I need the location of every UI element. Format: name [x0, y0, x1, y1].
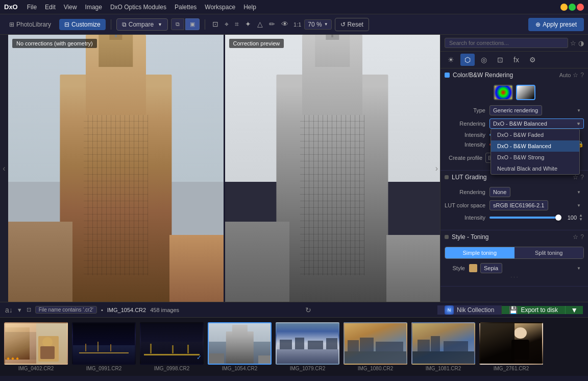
- film-item-2761[interactable]: IMG_2761.CR2: [479, 322, 543, 371]
- export-icon: 💾: [509, 306, 518, 314]
- lut-colorspace-row: LUT color space sRGB IEC61966-2.1: [445, 200, 584, 210]
- film-item-1081[interactable]: ♦ IMG_1081.CR2: [411, 322, 475, 371]
- rendering-select-wrapper[interactable]: DxO - B&W Balanced ▼ DxO - B&W Faded DxO…: [489, 118, 584, 129]
- style-select[interactable]: Sepia: [480, 263, 502, 273]
- tab-light[interactable]: ☀: [444, 54, 458, 66]
- export-button[interactable]: 💾 Export to disk: [502, 306, 565, 314]
- color-bw-title: Color/B&W Rendering: [453, 72, 559, 79]
- color-mode-tab[interactable]: [494, 85, 513, 100]
- search-input[interactable]: [445, 38, 568, 48]
- customize-button[interactable]: ⊟ Customize: [59, 19, 106, 30]
- mask-icon[interactable]: △: [255, 19, 265, 30]
- right-image-label: Correction preview: [229, 39, 284, 48]
- image-nav-right-overlay[interactable]: ›: [435, 164, 438, 173]
- export-dropdown-button[interactable]: ▼: [565, 306, 583, 314]
- reset-button[interactable]: ↺ Reset: [335, 18, 369, 31]
- dropdown-bw-balanced[interactable]: DxO - B&W Balanced: [491, 140, 579, 152]
- nik-collection-button[interactable]: N Nik Collection: [437, 305, 502, 315]
- style-toning-star[interactable]: ☆: [573, 233, 578, 241]
- film-stars-0402: ★★★: [6, 356, 19, 361]
- tab-detail[interactable]: ◎: [477, 54, 491, 66]
- split-toning-tab[interactable]: Split toning: [514, 247, 584, 258]
- film-item-1079[interactable]: IMG_1079.CR2: [276, 322, 339, 371]
- lut-help-icon[interactable]: ?: [580, 174, 584, 181]
- style-toning-header[interactable]: Style - Toning ☆ ?: [440, 230, 588, 244]
- film-item-1054[interactable]: ♦ IMG_1054.CR2: [208, 322, 272, 371]
- compare-button[interactable]: ⧉ Compare ▼: [116, 18, 168, 31]
- menu-file[interactable]: File: [24, 3, 40, 12]
- star-icon[interactable]: ☆: [573, 72, 578, 79]
- sort-button[interactable]: a↓: [5, 306, 13, 314]
- tab-color[interactable]: ⬡: [460, 54, 475, 66]
- film-item-1080[interactable]: IMG_1080.CR2: [344, 322, 407, 371]
- menu-view[interactable]: View: [61, 3, 80, 12]
- menu-workspace[interactable]: Workspace: [202, 3, 238, 12]
- refresh-button[interactable]: ↻: [305, 306, 311, 314]
- tab-custom[interactable]: ⚙: [525, 54, 540, 66]
- color-bw-header[interactable]: Color/B&W Rendering Auto ☆ ?: [440, 68, 588, 82]
- crop-icon[interactable]: ⊡: [210, 19, 220, 30]
- help-icon[interactable]: ?: [580, 72, 584, 79]
- perspective-icon[interactable]: ⌗: [233, 19, 241, 30]
- straighten-icon[interactable]: ⌖: [223, 19, 231, 30]
- lut-rendering-select[interactable]: None: [489, 187, 510, 197]
- style-toning-title: Style - Toning: [452, 233, 573, 241]
- film-label-0991: IMG_0991.CR2: [72, 366, 136, 371]
- dropdown-neutral-bw[interactable]: Neutral Black and White: [491, 163, 579, 174]
- menu-palettes[interactable]: Palettes: [172, 3, 200, 12]
- filter-icon-2[interactable]: ⊡: [27, 306, 31, 313]
- menu-image[interactable]: Image: [82, 3, 105, 12]
- zoom-control[interactable]: 70 % ▼: [304, 19, 331, 30]
- stepper-down[interactable]: ▼: [578, 218, 584, 222]
- type-select[interactable]: Generic rendering: [489, 105, 542, 115]
- close-button[interactable]: [577, 4, 584, 11]
- lut-rendering-row: Rendering None: [445, 187, 584, 197]
- apply-preset-icon: ⊕: [535, 21, 541, 28]
- film-thumb-0991: [72, 322, 136, 365]
- lut-star-icon[interactable]: ☆: [573, 174, 578, 181]
- view-mode-single[interactable]: ▣: [185, 18, 200, 30]
- tab-geometry[interactable]: ⊡: [493, 54, 507, 66]
- lut-intensity-slider[interactable]: [489, 217, 558, 219]
- dropdown-bw-strong[interactable]: DxO - B&W Strong: [491, 152, 579, 163]
- lut-colorspace-select-wrapper: sRGB IEC61966-2.1: [489, 200, 584, 210]
- film-label-0998: IMG_0998.CR2: [140, 366, 204, 371]
- eye-icon[interactable]: 👁: [279, 19, 290, 30]
- menu-help[interactable]: Help: [240, 3, 259, 12]
- photo-library-button[interactable]: ⊞ PhotoLibrary: [4, 19, 56, 30]
- film-thumb-1081: [411, 322, 475, 365]
- lut-colorspace-select[interactable]: sRGB IEC61966-2.1: [489, 200, 548, 210]
- style-toning-help[interactable]: ?: [580, 233, 584, 241]
- film-item-0998[interactable]: ✓ IMG_0998.CR2: [140, 322, 204, 371]
- style-color-swatch[interactable]: [469, 264, 477, 272]
- lut-content: Rendering None LUT color space sRGB IEC6…: [440, 184, 588, 230]
- filter-tag[interactable]: File name contains '.cr2': [35, 306, 97, 314]
- apply-preset-button[interactable]: ⊕ Apply preset: [528, 18, 584, 31]
- image-nav-left[interactable]: ‹: [0, 35, 8, 302]
- view-mode-split[interactable]: ⧉: [171, 18, 184, 30]
- statusbar-right: ↻: [305, 306, 311, 314]
- retouch-icon[interactable]: ✦: [243, 19, 253, 30]
- style-select-wrapper: Sepia: [480, 263, 584, 273]
- lut-grading-title: LUT Grading: [452, 174, 573, 181]
- lut-intensity-row: Intensity 100 ▲ ▼: [445, 213, 584, 222]
- lut-intensity-stepper[interactable]: ▲ ▼: [578, 213, 584, 222]
- film-thumb-2761: [479, 322, 543, 365]
- filter-button[interactable]: ▼: [17, 307, 22, 313]
- dropdown-bw-faded[interactable]: DxO - B&W Faded: [491, 129, 579, 140]
- rendering-select-display[interactable]: DxO - B&W Balanced ▼: [489, 118, 584, 129]
- favorite-icon[interactable]: ☆: [570, 39, 576, 47]
- simple-toning-tab[interactable]: Simple toning: [445, 247, 514, 258]
- film-item-0991[interactable]: IMG_0991.CR2: [72, 322, 136, 371]
- maximize-button[interactable]: [569, 4, 576, 11]
- menu-optics[interactable]: DxO Optics Modules: [107, 3, 169, 12]
- menu-edit[interactable]: Edit: [42, 3, 59, 12]
- tab-effects[interactable]: fx: [509, 54, 523, 66]
- image-view-left: No corrections (with geometry): [8, 35, 224, 302]
- bw-mode-tab[interactable]: [516, 85, 535, 100]
- pen-icon[interactable]: ✏: [267, 19, 277, 30]
- panel-content-scroll: Color/B&W Rendering Auto ☆ ? Type: [440, 68, 588, 302]
- toggle-icon[interactable]: ◑: [578, 39, 584, 47]
- film-item-0402[interactable]: ★★★ IMG_0402.CR2: [4, 322, 68, 371]
- minimize-button[interactable]: [560, 4, 568, 11]
